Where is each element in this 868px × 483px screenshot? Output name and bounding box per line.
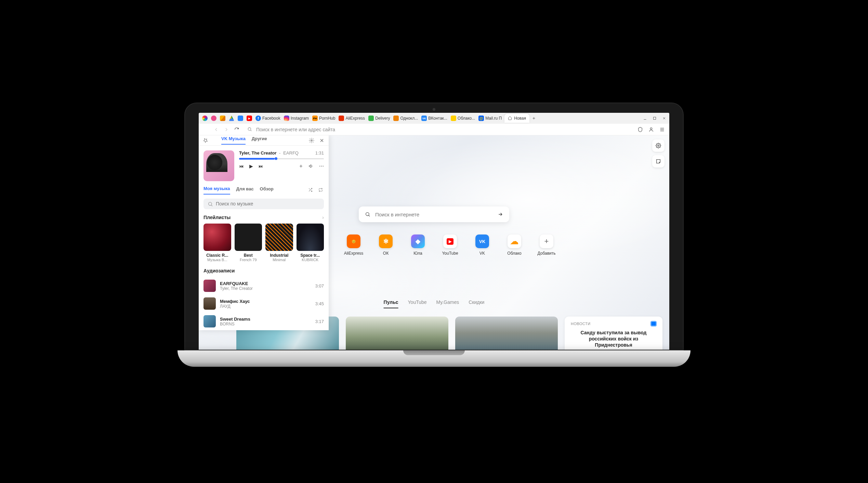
svg-rect-0 (654, 117, 656, 120)
svg-point-5 (248, 128, 251, 130)
news-badge-icon (651, 321, 656, 326)
center-search-input[interactable] (375, 212, 493, 217)
svg-rect-4 (206, 130, 208, 132)
address-bar[interactable]: Поиск в интернете или адрес сайта (244, 127, 633, 132)
prev-track-icon[interactable]: ⏮ (239, 163, 244, 169)
next-track-icon[interactable]: ⏭ (259, 163, 263, 169)
subtab-my-music[interactable]: Моя музыка (203, 186, 230, 194)
sd-add[interactable]: +Добавить (537, 234, 556, 256)
sd-youla[interactable]: ◆Юла (408, 234, 428, 256)
svg-point-8 (366, 213, 369, 216)
search-submit[interactable] (498, 212, 503, 217)
shield-icon[interactable] (637, 126, 643, 133)
more-icon[interactable]: ⋯ (319, 163, 324, 169)
track-3[interactable]: Sweet DreamsBORNS3:17 (203, 312, 324, 330)
feedtab-mygames[interactable]: My.Games (436, 299, 459, 308)
pinned-tab-atom[interactable] (201, 116, 208, 121)
tab-odnoklassniki[interactable]: Однокл... (393, 116, 419, 121)
nav-forward[interactable] (223, 126, 229, 133)
playlists-more[interactable]: › (322, 215, 324, 220)
note-icon (656, 159, 661, 164)
playlist-1[interactable]: Classic R...Музыка В... (203, 224, 231, 262)
track-1[interactable]: EARFQUAKETyler, The Creator3:07 (203, 277, 324, 295)
tab-aliexpress[interactable]: AliExpress (338, 116, 366, 121)
music-tab-vk[interactable]: VK Музыка (221, 136, 246, 145)
news-card[interactable]: НОВОСТИ Санду выступила за вывод российс… (565, 317, 662, 350)
music-close-icon[interactable] (319, 138, 325, 143)
nav-back[interactable] (213, 126, 219, 133)
svg-point-9 (311, 140, 312, 141)
sd-aliexpress[interactable]: 😊AliExpress (344, 234, 363, 256)
gear-icon (656, 143, 661, 148)
now-track: EARFQ (283, 150, 299, 156)
sd-cloud[interactable]: ☁Облако (505, 234, 524, 256)
window-close[interactable] (662, 116, 667, 121)
svg-rect-2 (206, 128, 208, 129)
music-panel: VK Музыка Другие Tyler, The Creator (199, 135, 329, 330)
menu-icon[interactable] (659, 126, 665, 133)
pinned-tab-jira[interactable] (237, 116, 244, 121)
add-track-icon[interactable] (299, 164, 303, 169)
feed-card-3[interactable] (455, 317, 558, 350)
tab-delivery[interactable]: Delivery (368, 116, 391, 121)
svg-point-10 (209, 202, 212, 205)
shuffle-icon[interactable] (308, 188, 314, 193)
playlist-2[interactable]: BestFrench 79 (235, 224, 262, 262)
playlists-header: Плейлисты (203, 215, 231, 220)
apps-button[interactable] (203, 126, 209, 133)
sd-vk[interactable]: VKVK (473, 234, 492, 256)
pin-icon[interactable] (203, 138, 208, 143)
music-search[interactable] (203, 199, 324, 209)
account-icon[interactable] (648, 126, 654, 133)
feedtab-youtube[interactable]: YouTube (408, 299, 427, 308)
home-icon (508, 116, 513, 121)
tab-mailru[interactable]: @Mail.ru П (478, 116, 502, 121)
music-settings-icon[interactable] (309, 138, 314, 143)
now-artist: Tyler, The Creator (239, 150, 277, 156)
playlist-3[interactable]: IndustrialMinimal (265, 224, 293, 262)
subtab-for-you[interactable]: Для вас (236, 186, 254, 194)
music-tab-other[interactable]: Другие (252, 136, 267, 145)
nav-reload[interactable] (234, 126, 240, 133)
new-tab-button[interactable] (531, 116, 536, 121)
subtab-browse[interactable]: Обзор (260, 186, 274, 194)
volume-icon[interactable] (309, 164, 314, 169)
track-2[interactable]: Мемфис ХаусЛАУД3:45 (203, 295, 324, 312)
pinned-tab-youtube[interactable]: ▶ (246, 116, 253, 121)
sd-youtube[interactable]: ▶YouTube (440, 234, 460, 256)
tab-new-active[interactable]: Новая (504, 114, 529, 123)
album-cover[interactable] (203, 150, 234, 181)
notes-button[interactable] (652, 155, 665, 167)
browser-toolbar: Поиск в интернете или адрес сайта (199, 124, 669, 135)
svg-point-7 (658, 145, 659, 146)
tab-vkontakte[interactable]: VKВКонтак... (421, 116, 448, 121)
progress-bar[interactable] (239, 158, 324, 159)
window-minimize[interactable] (643, 116, 647, 121)
settings-button[interactable] (652, 139, 665, 152)
tab-pornhub[interactable]: PHPornHub (312, 116, 336, 121)
search-icon (247, 127, 253, 132)
tab-cloud[interactable]: Облако... (450, 116, 476, 121)
feedtab-pulse[interactable]: Пульс (384, 299, 398, 308)
feed-card-2[interactable] (346, 317, 448, 350)
repeat-icon[interactable] (318, 188, 324, 193)
tab-facebook[interactable]: fFacebook (255, 116, 281, 121)
feedtab-discounts[interactable]: Скидки (469, 299, 484, 308)
address-placeholder: Поиск в интернете или адрес сайта (256, 127, 335, 132)
center-search[interactable] (359, 206, 509, 222)
now-duration: 1:31 (315, 150, 324, 156)
feed-tabs: Пульс YouTube My.Games Скидки (384, 299, 485, 308)
window-maximize[interactable] (652, 116, 657, 121)
speed-dial: ♪TikTok 😊AliExpress ✻ОК ◆Юла ▶YouTube VK… (312, 234, 556, 256)
music-search-input[interactable] (216, 201, 320, 206)
tab-instagram[interactable]: Instagram (283, 116, 310, 121)
search-icon (208, 201, 212, 206)
pinned-tab-drive[interactable] (228, 116, 235, 121)
playlist-4[interactable]: Space tr...KUBRICK (297, 224, 324, 262)
pinned-tab-dribbble[interactable] (210, 116, 217, 121)
news-headline: Санду выступила за вывод российских войс… (571, 330, 656, 348)
pinned-tab-analytics[interactable] (219, 116, 226, 121)
audio-header: Аудиозаписи (203, 268, 235, 273)
play-icon[interactable]: ▶ (249, 163, 253, 169)
sd-ok[interactable]: ✻ОК (376, 234, 395, 256)
